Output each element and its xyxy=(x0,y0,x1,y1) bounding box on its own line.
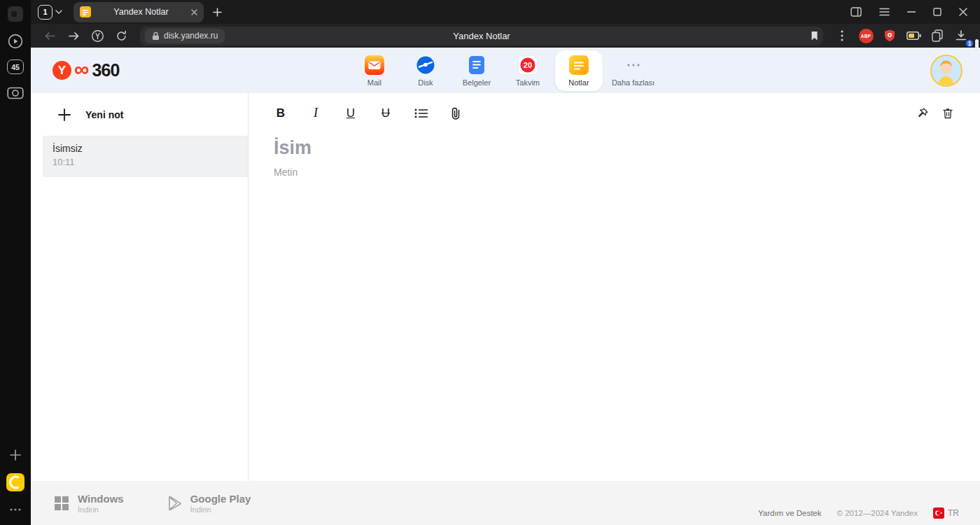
back-button[interactable] xyxy=(39,26,60,46)
list-button[interactable] xyxy=(414,106,428,121)
service-more[interactable]: Daha fazlası xyxy=(606,50,660,91)
language-code: TR xyxy=(948,508,959,518)
service-notlar[interactable]: Notlar xyxy=(555,50,603,91)
tab-yandex-notlar[interactable]: Yandex Notlar xyxy=(74,2,204,22)
sidebar-top-group: 45 xyxy=(6,5,24,102)
note-body-input[interactable]: Metin xyxy=(274,167,955,178)
collections-icon[interactable] xyxy=(927,26,948,46)
app-tile-icon[interactable] xyxy=(6,5,24,23)
tab-count-button[interactable]: 1 xyxy=(35,5,65,20)
calendar-icon: 20 xyxy=(518,55,538,75)
language-selector[interactable]: TR xyxy=(933,507,959,519)
service-disk[interactable]: Disk xyxy=(402,50,449,91)
url-chip[interactable]: disk.yandex.ru xyxy=(145,29,225,43)
close-button[interactable] xyxy=(959,8,967,16)
kebab-menu-icon[interactable] xyxy=(832,26,853,46)
sidebar-add-icon[interactable] xyxy=(6,446,24,464)
bookmark-icon[interactable] xyxy=(811,31,818,41)
notes-favicon-icon xyxy=(80,6,91,18)
maximize-button[interactable] xyxy=(933,8,941,16)
service-label: Notlar xyxy=(568,78,589,87)
google-play-subtitle: İndirin xyxy=(190,505,251,514)
logo-infinity: ∞ xyxy=(74,61,89,78)
browser-sidebar: 45 xyxy=(0,0,31,525)
browser-window: 45 1 xyxy=(0,0,980,525)
new-note-button[interactable]: Yeni not xyxy=(43,93,248,136)
protect-shield-icon[interactable] xyxy=(879,26,900,46)
battery-icon[interactable] xyxy=(903,26,924,46)
new-tab-button[interactable] xyxy=(213,8,222,17)
help-link[interactable]: Yardım ve Destek xyxy=(758,509,822,517)
yandex-app-icon[interactable] xyxy=(6,473,24,491)
service-label: Disk xyxy=(418,78,433,87)
service-label: Belgeler xyxy=(463,78,491,87)
window-controls xyxy=(850,7,973,17)
downloads-icon[interactable]: 1 xyxy=(951,26,972,46)
mail-icon xyxy=(365,55,384,75)
new-note-label: Yeni not xyxy=(85,109,123,120)
note-time: 10:11 xyxy=(52,157,238,167)
italic-button[interactable]: I xyxy=(309,106,323,121)
app-footer: Windows İndirin Google Play İndirin Yard… xyxy=(31,481,980,525)
note-editor: B I U U xyxy=(248,93,980,481)
sidebar-more-icon[interactable] xyxy=(6,500,24,519)
notes-icon xyxy=(569,55,589,75)
logo-y-circle: Y xyxy=(52,61,71,80)
copyright-text: © 2012—2024 Yandex xyxy=(837,509,918,517)
google-play-download-link[interactable]: Google Play İndirin xyxy=(167,493,251,514)
windows-subtitle: İndirin xyxy=(78,505,124,514)
forward-button[interactable] xyxy=(63,26,84,46)
service-belgeler[interactable]: Belgeler xyxy=(453,50,500,91)
delete-button[interactable] xyxy=(941,106,955,121)
player-icon[interactable] xyxy=(6,32,24,50)
service-takvim[interactable]: 20 Takvim xyxy=(504,50,552,91)
screenshot-icon[interactable] xyxy=(6,83,24,102)
windows-title: Windows xyxy=(78,493,124,505)
sidebar-bottom-group xyxy=(6,446,24,519)
download-badge: 1 xyxy=(965,38,974,48)
tab-count-badge[interactable]: 45 xyxy=(7,59,24,74)
note-list-item[interactable]: İsimsiz 10:11 xyxy=(43,136,248,177)
attachment-button[interactable] xyxy=(449,106,463,121)
plus-icon xyxy=(57,107,72,122)
notes-list-panel: Yeni not İsimsiz 10:11 xyxy=(31,93,248,481)
more-dots-icon xyxy=(627,55,640,75)
scrollbar-thumb[interactable] xyxy=(975,39,979,51)
tab-counter: 1 xyxy=(38,5,52,20)
footer-right-group: Yardım ve Destek © 2012—2024 Yandex TR xyxy=(758,507,959,525)
minimize-button[interactable] xyxy=(907,11,916,13)
address-bar[interactable]: disk.yandex.ru Yandex Notlar xyxy=(140,27,823,46)
strikethrough-button[interactable]: U xyxy=(379,106,393,121)
windows-icon xyxy=(55,496,69,510)
service-label: Takvim xyxy=(516,78,540,87)
app-header: Y ∞ 360 Mail Disk xyxy=(31,48,980,93)
documents-icon xyxy=(468,55,485,75)
tab-strip: 1 Yandex Notlar xyxy=(31,0,980,24)
bold-button[interactable]: B xyxy=(274,106,288,121)
tab-close-icon[interactable] xyxy=(191,9,197,15)
disk-icon xyxy=(416,55,435,75)
underline-button[interactable]: U xyxy=(344,106,358,121)
page-content: Y ∞ 360 Mail Disk xyxy=(31,48,980,525)
note-title: İsimsiz xyxy=(52,143,238,154)
windows-download-link[interactable]: Windows İndirin xyxy=(55,493,124,514)
yandex-search-icon[interactable] xyxy=(87,26,108,46)
yandex-360-logo[interactable]: Y ∞ 360 xyxy=(52,60,120,80)
adblock-extension-icon[interactable]: ABP xyxy=(855,26,876,46)
user-avatar[interactable] xyxy=(930,55,962,87)
google-play-title: Google Play xyxy=(190,493,251,505)
chevron-down-icon xyxy=(55,10,62,14)
service-label: Mail xyxy=(368,78,382,87)
abp-label: ABP xyxy=(859,29,874,43)
logo-360-text: 360 xyxy=(92,60,119,80)
menu-icon[interactable] xyxy=(879,8,890,16)
pin-button[interactable] xyxy=(916,106,930,121)
turkey-flag-icon xyxy=(933,507,944,519)
note-title-input[interactable]: İsim xyxy=(274,137,955,159)
refresh-button[interactable] xyxy=(111,26,132,46)
service-mail[interactable]: Mail xyxy=(351,50,398,91)
service-label: Daha fazlası xyxy=(612,78,654,87)
panel-toggle-icon[interactable] xyxy=(850,7,862,17)
page-title: Yandex Notlar xyxy=(140,31,823,41)
services-nav: Mail Disk Belgeler xyxy=(351,50,660,91)
